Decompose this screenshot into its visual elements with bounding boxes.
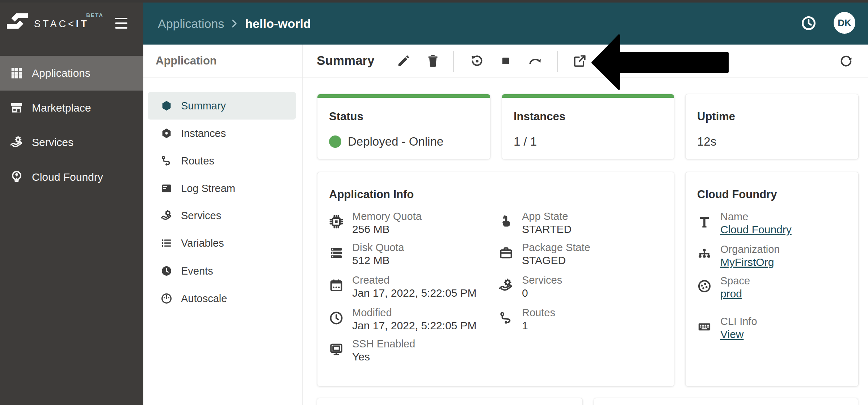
subnav-title: Application bbox=[156, 54, 217, 67]
sidebar-item-services[interactable]: Services bbox=[0, 125, 143, 160]
info-item-disk-quota: Disk Quota512 MB bbox=[328, 241, 404, 267]
chevron-right-icon bbox=[231, 18, 238, 29]
instances-value: 1 / 1 bbox=[514, 135, 537, 149]
log-document-icon bbox=[160, 182, 173, 195]
space-dots-icon bbox=[696, 278, 712, 294]
info-item-modified: ModifiedJan 17, 2022, 5:22:05 PM bbox=[328, 306, 477, 333]
restart-button[interactable] bbox=[469, 53, 485, 69]
hand-gear-icon bbox=[160, 209, 173, 222]
application-info-title: Application Info bbox=[329, 188, 414, 201]
online-status-dot-icon bbox=[329, 135, 341, 148]
subnav-item-routes[interactable]: Routes bbox=[148, 147, 296, 175]
grid-icon bbox=[9, 66, 24, 80]
org-hierarchy-icon bbox=[696, 247, 712, 263]
page-title: Summary bbox=[317, 53, 375, 68]
info-item-cf-name: Name Cloud Foundry bbox=[696, 210, 792, 237]
subnav-item-log-stream[interactable]: Log Stream bbox=[148, 175, 296, 202]
storefront-icon bbox=[9, 101, 24, 115]
gauge-icon bbox=[160, 292, 173, 305]
breadcrumb-current: hello-world bbox=[245, 17, 311, 31]
sidebar-item-applications[interactable]: Applications bbox=[0, 56, 143, 91]
topbar: Applications hello-world DK bbox=[143, 3, 868, 45]
restage-button[interactable] bbox=[527, 53, 543, 69]
hexagon-filled-icon bbox=[160, 99, 173, 112]
instances-card-title: Instances bbox=[514, 110, 565, 123]
beta-badge: BETA bbox=[86, 12, 104, 18]
clock-filled-icon bbox=[160, 264, 173, 277]
uptime-value: 12s bbox=[697, 135, 716, 149]
hexagon-dot-icon bbox=[160, 127, 173, 140]
hand-gear-icon bbox=[9, 135, 24, 150]
cloud-foundry-logo-icon bbox=[9, 170, 24, 184]
touch-finger-icon bbox=[498, 214, 514, 230]
info-item-routes: Routes1 bbox=[498, 306, 555, 333]
info-item-memory-quota: Memory Quota256 MB bbox=[328, 210, 422, 236]
chip-icon bbox=[328, 214, 344, 230]
subnav-item-variables[interactable]: Variables bbox=[148, 229, 296, 257]
application-info-card: Application Info Memory Quota256 MB bbox=[317, 172, 674, 387]
cf-organization-link[interactable]: MyFirstOrg bbox=[720, 256, 774, 268]
partial-card bbox=[317, 398, 583, 405]
hamburger-menu-icon[interactable] bbox=[115, 18, 128, 29]
list-icon bbox=[160, 237, 173, 250]
main-content: Summary bbox=[303, 45, 868, 405]
info-item-cf-space: Space prod bbox=[696, 275, 750, 301]
logo-row: STAC<IT BETA bbox=[0, 3, 143, 45]
partial-card bbox=[594, 398, 858, 405]
subnav-item-events[interactable]: Events bbox=[148, 257, 296, 285]
cf-cli-view-link[interactable]: View bbox=[720, 328, 743, 340]
info-item-package-state: Package StateSTAGED bbox=[498, 241, 590, 267]
primary-sidebar: STAC<IT BETA Applications Marketpl bbox=[0, 3, 143, 405]
route-icon bbox=[160, 154, 173, 167]
edit-button[interactable] bbox=[395, 53, 412, 69]
toolbar-divider bbox=[557, 51, 558, 72]
status-card-title: Status bbox=[329, 110, 363, 123]
uptime-card: Uptime 12s bbox=[685, 94, 859, 159]
breadcrumb: Applications hello-world bbox=[158, 3, 311, 45]
cf-name-link[interactable]: Cloud Foundry bbox=[720, 224, 792, 235]
application-subnav: Application Summary Instances Routes bbox=[143, 45, 303, 405]
subnav-item-autoscale[interactable]: Autoscale bbox=[148, 285, 296, 312]
status-card: Status Deployed - Online bbox=[317, 94, 490, 159]
server-stack-icon bbox=[328, 245, 344, 261]
refresh-button[interactable] bbox=[837, 53, 854, 69]
route-icon bbox=[498, 310, 514, 326]
history-clock-icon[interactable] bbox=[800, 15, 817, 32]
monitor-icon bbox=[328, 341, 344, 357]
keyboard-icon bbox=[696, 319, 712, 335]
calendar-icon bbox=[328, 277, 344, 293]
hand-gear-icon bbox=[498, 277, 514, 293]
stackit-logo-icon bbox=[6, 13, 29, 29]
sidebar-item-marketplace[interactable]: Marketplace bbox=[0, 91, 143, 125]
delete-button[interactable] bbox=[425, 53, 441, 69]
logo-wordmark: STAC<IT bbox=[34, 18, 89, 30]
info-item-created: CreatedJan 17, 2022, 5:22:05 PM bbox=[328, 274, 477, 300]
text-title-icon bbox=[696, 214, 712, 230]
info-item-app-state: App StateSTARTED bbox=[498, 210, 572, 236]
toolbar-separator bbox=[303, 77, 868, 78]
cf-space-link[interactable]: prod bbox=[720, 288, 742, 300]
cloud-foundry-card-title: Cloud Foundry bbox=[697, 188, 777, 201]
open-in-new-button[interactable] bbox=[572, 53, 588, 69]
instances-card: Instances 1 / 1 bbox=[502, 94, 674, 159]
breadcrumb-applications[interactable]: Applications bbox=[158, 17, 224, 31]
clock-outline-icon bbox=[328, 310, 344, 326]
stop-button[interactable] bbox=[497, 53, 514, 69]
subnav-header: Application bbox=[143, 45, 302, 78]
window-top-strip bbox=[0, 0, 868, 3]
subnav-item-summary[interactable]: Summary bbox=[148, 92, 296, 120]
uptime-card-title: Uptime bbox=[697, 110, 735, 123]
status-value: Deployed - Online bbox=[329, 135, 443, 149]
info-item-cf-cli: CLI Info View bbox=[696, 315, 757, 341]
subnav-item-instances[interactable]: Instances bbox=[148, 120, 296, 147]
toolbar-divider bbox=[453, 51, 454, 72]
sidebar-item-cloud-foundry[interactable]: Cloud Foundry bbox=[0, 160, 143, 195]
info-item-cf-organization: Organization MyFirstOrg bbox=[696, 243, 780, 269]
subnav-item-services[interactable]: Services bbox=[148, 202, 296, 229]
cloud-foundry-card: Cloud Foundry Name Cloud Foundry bbox=[685, 172, 859, 387]
info-item-ssh-enabled: SSH EnabledYes bbox=[328, 338, 415, 364]
info-item-services: Services0 bbox=[498, 274, 562, 300]
avatar[interactable]: DK bbox=[834, 12, 855, 34]
briefcase-icon bbox=[498, 245, 514, 261]
